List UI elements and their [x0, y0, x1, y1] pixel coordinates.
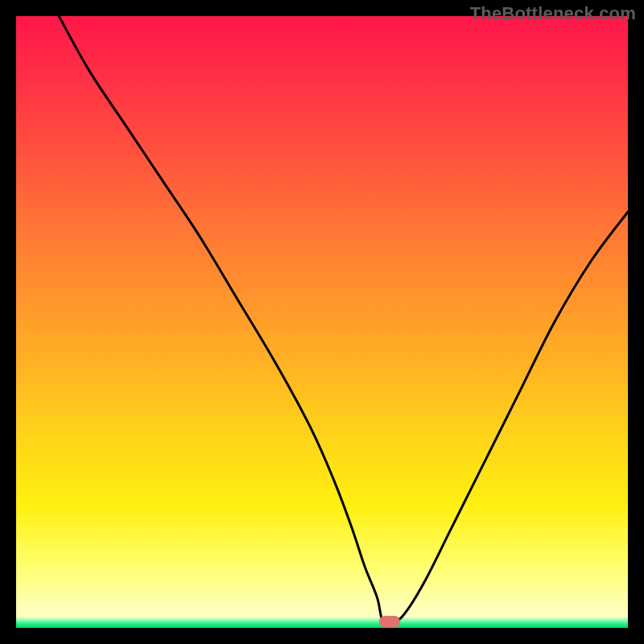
optimal-marker: [379, 616, 400, 627]
watermark-text: TheBottleneck.com: [470, 3, 636, 24]
chart-frame: TheBottleneck.com: [0, 0, 644, 644]
bottleneck-curve: [16, 16, 628, 628]
plot-area: [16, 16, 628, 628]
